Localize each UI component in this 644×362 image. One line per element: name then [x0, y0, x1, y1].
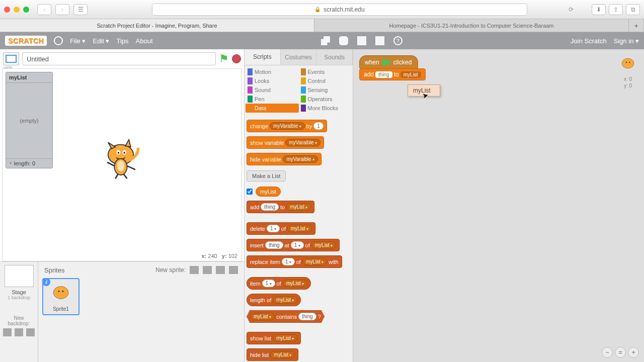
category-motion[interactable]: Motion	[246, 67, 299, 76]
grow-icon[interactable]: ⤢	[357, 36, 366, 45]
block-length-of-list[interactable]: length ofmyList	[247, 294, 301, 306]
minimize-window-icon[interactable]	[14, 7, 20, 13]
join-scratch-button[interactable]: Join Scratch	[571, 37, 607, 45]
green-flag-button[interactable]: ⚑	[219, 52, 229, 65]
block-hide-list[interactable]: hide listmyList	[247, 348, 298, 361]
category-swatch	[301, 105, 306, 112]
upload-sprite-icon[interactable]	[216, 266, 225, 274]
block-hide-var[interactable]: hide variablemyVaraible	[247, 153, 321, 165]
backdrop-count: 1 backdrop	[3, 295, 35, 300]
category-label: Motion	[255, 69, 271, 75]
category-swatch	[301, 68, 306, 75]
block-add-to-list[interactable]: addthingtomyList	[247, 201, 314, 213]
list-visible-checkbox[interactable]	[247, 189, 253, 195]
new-tab-button[interactable]: +	[629, 19, 644, 32]
category-operators[interactable]: Operators	[299, 95, 352, 104]
category-label: Looks	[255, 78, 269, 84]
maximize-window-icon[interactable]	[23, 7, 29, 13]
block-show-var[interactable]: show variablemyVaraible	[247, 136, 324, 149]
paint-sprite-icon[interactable]	[203, 266, 212, 274]
sidebar-button[interactable]: ☰	[73, 4, 88, 15]
reload-icon[interactable]: ⟳	[569, 6, 574, 13]
sprite-info-icon[interactable]: i	[42, 278, 50, 286]
block-palette: Scripts Costumes Sounds MotionEventsLook…	[245, 49, 353, 362]
url-bar[interactable]: 🔒 scratch.mit.edu ⟳	[152, 4, 527, 16]
category-swatch	[301, 86, 306, 94]
block-replace-item-list[interactable]: replace item1ofmyListwith	[247, 255, 342, 268]
share-button[interactable]: ⇪	[609, 4, 623, 15]
forward-button[interactable]: ›	[55, 4, 69, 15]
list-add-icon[interactable]: +	[9, 160, 12, 166]
block-show-list[interactable]: show listmyList	[247, 332, 301, 344]
block-insert-at-list[interactable]: insertthingat1ofmyList	[247, 239, 340, 251]
category-looks[interactable]: Looks	[246, 76, 299, 85]
palette-scroll[interactable]: changemyVaraibleby1 show variablemyVarai…	[245, 115, 353, 362]
category-sensing[interactable]: Sensing	[299, 85, 352, 95]
fullscreen-button[interactable]: v456	[3, 52, 19, 65]
stop-button[interactable]	[232, 54, 241, 63]
list-monitor-length: length: 0	[14, 160, 35, 166]
script-area[interactable]: x: 0 y: 0 when clicked add thing to myLi…	[353, 49, 644, 362]
stage-coords: x: 240 y: 102	[201, 253, 237, 259]
category-events[interactable]: Events	[299, 67, 352, 76]
safari-toolbar: ‹ › ☰ 🔒 scratch.mit.edu ⟳ ⬇ ⇪ ⧉	[0, 0, 644, 19]
stage-thumbnail[interactable]	[5, 265, 34, 287]
menu-tips[interactable]: Tips	[116, 37, 128, 45]
back-button[interactable]: ‹	[37, 4, 51, 15]
category-data[interactable]: Data	[246, 104, 299, 113]
menu-about[interactable]: About	[136, 37, 153, 45]
block-change-var[interactable]: changemyVaraibleby1	[247, 120, 327, 132]
category-pen[interactable]: Pen	[246, 95, 299, 104]
zoom-in-button[interactable]: +	[628, 347, 639, 358]
sprite-card[interactable]: i Sprite1	[42, 278, 79, 315]
zoom-out-button[interactable]: −	[602, 347, 613, 358]
choose-backdrop-icon[interactable]	[3, 328, 12, 336]
tabs-button[interactable]: ⧉	[626, 4, 640, 15]
stage[interactable]: myList (empty) +length: 0 x: 240 y: 102	[2, 68, 242, 261]
sign-in-button[interactable]: Sign in ▾	[614, 37, 639, 45]
block-delete-of-list[interactable]: delete1ofmyList	[247, 222, 315, 235]
menu-edit[interactable]: Edit ▾	[93, 37, 109, 45]
sprite-cat-on-stage[interactable]	[98, 134, 143, 179]
category-swatch	[248, 86, 253, 94]
paint-backdrop-icon[interactable]	[15, 328, 23, 336]
browser-tabs: Scratch Project Editor - Imagine, Progra…	[0, 19, 644, 32]
duplicate-icon[interactable]	[321, 36, 330, 45]
tab-costumes[interactable]: Costumes	[281, 49, 317, 65]
close-window-icon[interactable]	[4, 7, 10, 13]
menu-file[interactable]: File ▾	[70, 37, 86, 45]
browser-tab-homepage[interactable]: Homepage - ICS3U1-21-Introduction to Com…	[314, 19, 629, 32]
sprite-indicator: x: 0 y: 0	[618, 53, 638, 88]
downloads-button[interactable]: ⬇	[592, 4, 606, 15]
camera-sprite-icon[interactable]	[229, 266, 238, 274]
list-reporter[interactable]: myList	[256, 187, 281, 197]
block-list-contains[interactable]: myListcontainsthing?	[247, 310, 325, 323]
project-title-input[interactable]	[22, 52, 216, 65]
tab-scripts[interactable]: Scripts	[245, 49, 281, 65]
delete-icon[interactable]	[339, 36, 348, 45]
category-more-blocks[interactable]: More Blocks	[299, 104, 352, 113]
svg-point-6	[117, 160, 124, 171]
language-icon[interactable]	[54, 36, 63, 45]
block-item-of-list[interactable]: item1ofmyList	[247, 277, 311, 290]
shrink-icon[interactable]: ⤡	[375, 36, 384, 45]
camera-backdrop-icon[interactable]	[26, 328, 35, 336]
tab-sounds[interactable]: Sounds	[316, 49, 353, 65]
choose-sprite-icon[interactable]	[190, 266, 199, 274]
list-monitor[interactable]: myList (empty) +length: 0	[6, 72, 53, 168]
block-add-to-list-script[interactable]: add thing to myList	[359, 68, 426, 80]
browser-tab-scratch[interactable]: Scratch Project Editor - Imagine, Progra…	[0, 19, 314, 32]
category-swatch	[248, 77, 253, 84]
script-stack[interactable]: when clicked add thing to myList myList …	[359, 55, 426, 80]
category-label: Operators	[308, 96, 333, 102]
block-when-flag-clicked[interactable]: when clicked	[359, 55, 418, 69]
category-sound[interactable]: Sound	[246, 85, 299, 95]
scratch-logo[interactable]: SCRATCH	[5, 36, 47, 46]
category-label: Sensing	[308, 87, 328, 93]
url-host: scratch.mit.edu	[324, 6, 364, 13]
zoom-reset-button[interactable]: =	[615, 347, 626, 358]
category-label: Sound	[255, 87, 271, 93]
help-icon[interactable]: ?	[393, 36, 403, 45]
category-control[interactable]: Control	[299, 76, 352, 85]
make-list-button[interactable]: Make a List	[247, 170, 286, 182]
